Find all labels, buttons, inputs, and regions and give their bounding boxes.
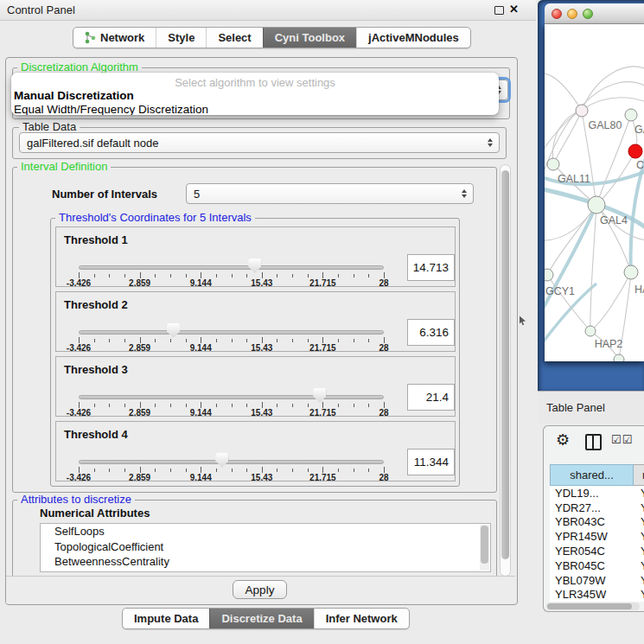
threshold-value[interactable]: 11.344	[407, 449, 455, 475]
slider-tick	[262, 402, 263, 408]
dropdown-placeholder: Select algorithm to view settings	[11, 76, 499, 89]
table-row[interactable]: YER054CYER0...	[550, 544, 644, 558]
threshold-label: Threshold 4	[64, 428, 128, 441]
slider-tick	[322, 467, 323, 473]
slider-tick	[94, 339, 95, 342]
slider-tick	[277, 469, 277, 472]
table-row[interactable]: YDR27...YDR2...	[550, 501, 644, 515]
tab-discretize-data[interactable]: Discretize Data	[209, 609, 313, 628]
network-node[interactable]	[545, 269, 553, 281]
cell-name: YDL1...	[634, 487, 644, 500]
algorithm-group-title: Discretization Algorithm	[17, 61, 142, 73]
scrollbar-thumb[interactable]	[501, 170, 509, 559]
slider-tick-label: 15.43	[251, 278, 272, 288]
network-node[interactable]	[625, 109, 637, 121]
slider-tick	[338, 404, 339, 407]
close-light-icon[interactable]	[552, 9, 562, 19]
slider-tick	[384, 272, 385, 278]
network-node[interactable]	[547, 158, 559, 170]
close-icon[interactable]: ✕	[509, 3, 519, 16]
table-row[interactable]: YBL079WYBL0...	[550, 573, 644, 588]
attribute-item[interactable]: TopologicalCoefficient	[41, 539, 490, 555]
table-data-title: Table Data	[19, 121, 80, 132]
threshold-panel: Threshold 3-3.4262.8599.14415.4321.71528…	[55, 356, 456, 417]
slider-tick-label: 28	[379, 343, 388, 353]
network-node-label: GCY1	[545, 285, 575, 297]
slider-tick	[109, 339, 110, 342]
gear-icon[interactable]: ⚙	[556, 430, 570, 450]
tab-label: Style	[168, 31, 194, 44]
table-row[interactable]: YDL19...YDL1...	[550, 486, 644, 501]
tab-impute-data[interactable]: Impute Data	[123, 609, 209, 628]
slider-tick	[246, 469, 247, 472]
slider-tick	[308, 274, 309, 277]
table-row[interactable]: YLR345WYLR3...	[550, 588, 644, 602]
column-header-shared-name[interactable]: shared...	[550, 464, 634, 486]
number-of-intervals-combo[interactable]: 5	[186, 183, 474, 204]
scrollbar-thumb[interactable]	[481, 526, 488, 564]
slider-tick	[186, 404, 187, 407]
network-node[interactable]	[614, 354, 624, 361]
network-node[interactable]	[588, 196, 605, 214]
tab-cyni-toolbox[interactable]: Cyni Toolbox	[263, 28, 356, 48]
network-edge	[547, 275, 590, 331]
tab-label: Select	[218, 31, 251, 44]
tab-label: Network	[100, 31, 144, 44]
column-header-name[interactable]: na...	[634, 464, 644, 486]
tab-infer-network[interactable]: Infer Network	[314, 609, 409, 628]
slider-tick	[170, 339, 171, 342]
slider-thumb[interactable]	[167, 323, 180, 338]
slider-tick	[216, 469, 217, 472]
cell-name: YER0...	[634, 545, 644, 558]
slider-thumb[interactable]	[215, 453, 228, 468]
network-node[interactable]	[576, 105, 588, 117]
zoom-light-icon[interactable]	[583, 9, 593, 19]
apply-button[interactable]: Apply	[233, 580, 287, 599]
table-row[interactable]: YBR043CYBR0...	[550, 515, 644, 530]
table-row[interactable]: YPR145WYPR1...	[550, 529, 644, 544]
slider-thumb[interactable]	[248, 258, 261, 273]
panel-vertical-scrollbar[interactable]	[500, 164, 511, 577]
minimize-light-icon[interactable]	[567, 9, 577, 19]
slider-tick	[94, 404, 95, 407]
attribute-item[interactable]: BetweennessCentrality	[41, 554, 490, 570]
checkbox-columns-icon[interactable]: ☑☑	[611, 433, 633, 446]
tab-style[interactable]: Style	[156, 28, 206, 48]
slider-tick	[140, 272, 141, 278]
slider-track[interactable]	[79, 395, 384, 399]
cell-name: YPR1...	[634, 530, 644, 543]
threshold-value[interactable]: 6.316	[407, 319, 455, 346]
slider-track[interactable]	[79, 265, 384, 270]
float-window-icon[interactable]	[494, 6, 504, 15]
interval-definition-title: Interval Definition	[17, 161, 111, 172]
slider-tick	[262, 467, 263, 473]
cell-shared-name: YLR345W	[550, 588, 634, 601]
dropdown-option[interactable]: Equal Width/Frequency Discretization	[11, 103, 499, 115]
slider-thumb[interactable]	[313, 388, 326, 403]
tab-network[interactable]: Network	[73, 28, 156, 48]
list-scrollbar[interactable]	[480, 525, 489, 571]
attributes-list[interactable]: SelfLoopsTopologicalCoefficientBetweenne…	[40, 523, 491, 572]
control-panel-tabs: NetworkStyleSelectCyni ToolboxjActiveMNo…	[73, 27, 471, 48]
table-data-combo[interactable]: galFiltered.sif default node	[19, 132, 500, 153]
slider-tick-label: 2.859	[129, 408, 150, 418]
table-row[interactable]: YBR045CYBR0...	[550, 558, 644, 573]
network-node[interactable]	[624, 265, 638, 279]
threshold-value[interactable]: 14.713	[407, 254, 455, 281]
split-panel-icon[interactable]	[585, 434, 602, 450]
table-panel-titlebar: Table Panel	[538, 391, 644, 424]
network-node[interactable]	[628, 144, 642, 158]
tab-select[interactable]: Select	[206, 28, 262, 48]
network-canvas[interactable]: GAL80GACGAL11GAL4GCY1HAHAP2	[545, 24, 644, 361]
attribute-item[interactable]: SelfLoops	[41, 524, 490, 539]
table-horizontal-scrollbar[interactable]	[546, 603, 640, 610]
threshold-panel: Threshold 4-3.4262.8599.14415.4321.71528…	[55, 421, 456, 481]
scrollbar-thumb[interactable]	[547, 603, 632, 609]
threshold-value[interactable]: 21.4	[407, 384, 455, 411]
slider-track[interactable]	[79, 460, 384, 464]
dropdown-option[interactable]: Manual Discretization	[11, 89, 499, 103]
slider-tick	[368, 339, 369, 342]
slider-track[interactable]	[79, 330, 384, 335]
network-node[interactable]	[585, 326, 596, 336]
tab-jactivemnodules[interactable]: jActiveMNodules	[356, 28, 470, 48]
